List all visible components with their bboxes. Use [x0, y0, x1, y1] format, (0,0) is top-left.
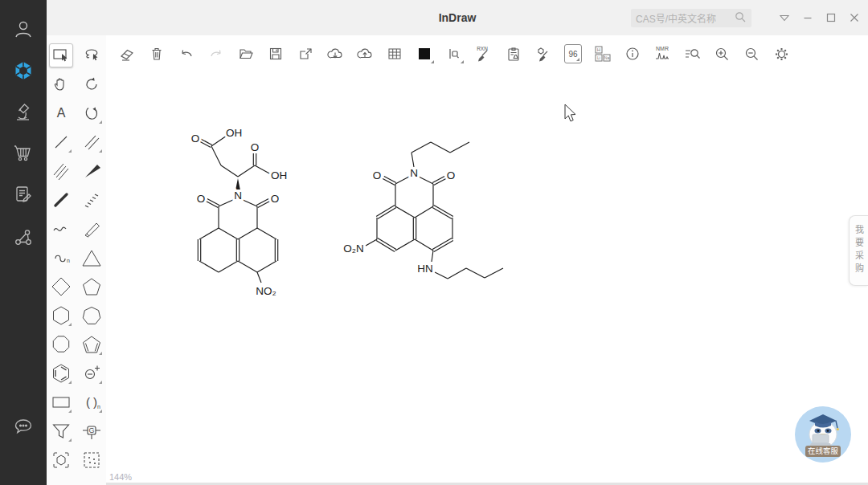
atom-label: O [197, 193, 206, 205]
tool-ring-cyclohexane[interactable] [49, 304, 73, 328]
tool-lasso-select[interactable] [80, 43, 104, 67]
experiment-icon[interactable] [6, 95, 41, 130]
minimize-button[interactable] [800, 10, 815, 25]
tool-text[interactable]: A [49, 101, 73, 125]
atom-label: O [191, 132, 200, 145]
tool-ring-cyclooctane[interactable] [49, 332, 73, 357]
search-icon[interactable] [734, 10, 747, 26]
support-widget[interactable]: 在线客服 [794, 406, 852, 463]
tool-bond-hash[interactable] [80, 188, 104, 212]
tool-generic-group[interactable]: G [80, 419, 104, 443]
atom-label: OH [226, 127, 242, 139]
tool-brackets[interactable]: ( ) n [80, 390, 104, 414]
support-label: 在线客服 [808, 446, 839, 455]
toolbar-toggle-icon[interactable] [777, 10, 792, 25]
left-dock [0, 0, 47, 485]
search-placeholder: CAS号/中英文名称 [636, 11, 734, 25]
tool-bond-single[interactable] [49, 130, 73, 154]
tool-shape-rectangle[interactable] [49, 390, 73, 414]
support-mascot-icon: 在线客服 [794, 406, 852, 463]
share-network-icon[interactable] [6, 220, 41, 255]
app-window: InDraw CAS号/中英文名称 [0, 0, 868, 485]
tool-polymer-repeat[interactable]: n [49, 246, 73, 270]
tool-ring-benzene[interactable] [49, 361, 73, 385]
tool-filter-funnel[interactable] [49, 419, 73, 443]
tool-charge[interactable] [80, 361, 104, 385]
tool-bond-wedge-hollow[interactable] [80, 217, 104, 241]
tool-ring-cyclopentadiene[interactable] [80, 332, 104, 357]
tool-rotate-3d[interactable] [80, 101, 104, 125]
molecule-1: OOHOOHNOONO₂ [191, 127, 287, 297]
atom-label: O [447, 169, 456, 181]
tool-rotate[interactable] [80, 72, 104, 96]
atom-label: N [234, 190, 242, 202]
close-button[interactable] [847, 10, 862, 25]
atom-label: NO₂ [256, 285, 276, 297]
tool-ring-cyclopropane[interactable] [80, 246, 104, 270]
svg-text:n: n [97, 404, 100, 410]
tool-bond-wavy[interactable] [49, 217, 73, 241]
purchase-tab[interactable]: 我要采购 [849, 215, 868, 286]
text-tool-glyph: A [57, 106, 66, 120]
tool-pattern-box[interactable] [80, 448, 104, 472]
chat-icon[interactable] [6, 408, 41, 443]
tool-marquee-select[interactable] [49, 43, 73, 67]
atom-label: O [271, 193, 280, 205]
svg-text:( ): ( ) [86, 395, 97, 409]
atom-label: OH [271, 169, 287, 181]
tool-hand[interactable] [49, 72, 73, 96]
atom-label: O₂N [343, 243, 364, 255]
atom-label: N [410, 167, 418, 179]
zoom-level-label: 144% [109, 472, 132, 482]
atom-label: O [373, 169, 382, 181]
titlebar: InDraw CAS号/中英文名称 [47, 0, 868, 35]
notebook-icon[interactable] [6, 177, 41, 212]
svg-text:n: n [67, 258, 70, 263]
tool-bond-triple[interactable] [49, 159, 73, 183]
tool-ring-cyclopentane[interactable] [80, 275, 104, 299]
molecule-2: NOOO₂NHN [343, 142, 503, 279]
indraw-logo-icon[interactable] [6, 53, 41, 88]
atom-label: O [251, 141, 260, 153]
maximize-button[interactable] [824, 10, 838, 25]
tool-template[interactable] [49, 448, 73, 472]
atom-label: HN [417, 263, 433, 275]
tool-bond-double[interactable] [80, 130, 104, 154]
search-input[interactable]: CAS号/中英文名称 [631, 9, 751, 27]
tool-bond-bold[interactable] [49, 188, 73, 212]
mouse-cursor [565, 104, 575, 121]
tool-ring-cyclobutane[interactable] [49, 275, 73, 299]
drawing-canvas[interactable]: OOHOOHNOONO₂NOOO₂NHN 144% [106, 72, 868, 485]
purchase-cart-icon[interactable] [6, 135, 41, 170]
svg-text:G: G [88, 426, 94, 434]
tool-palette: A [47, 35, 106, 485]
tool-bond-wedge-solid[interactable] [80, 159, 104, 183]
molecules-layer: OOHOOHNOONO₂NOOO₂NHN [106, 35, 868, 485]
user-icon[interactable] [6, 11, 41, 47]
purchase-tab-label: 我要采购 [853, 225, 866, 276]
tool-ring-cycloheptane[interactable] [80, 304, 104, 328]
